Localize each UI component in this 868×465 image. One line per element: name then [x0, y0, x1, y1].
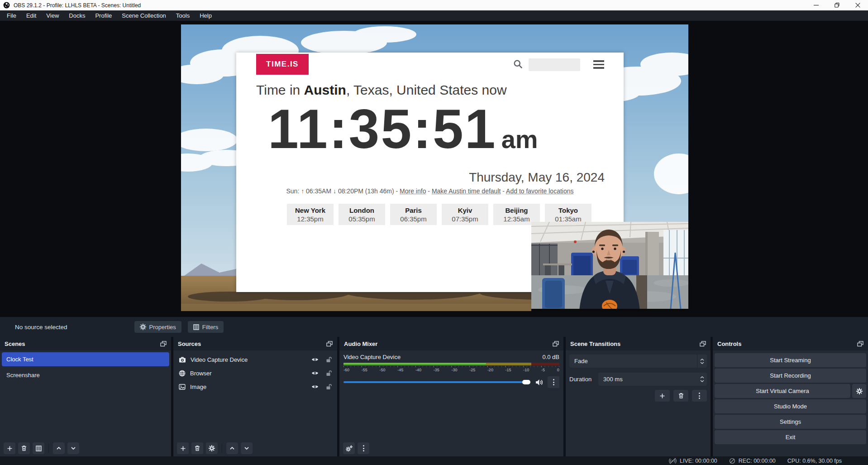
- transition-options-button[interactable]: [692, 390, 707, 402]
- dock-area: Scenes Clock Test Screenshare: [0, 337, 868, 456]
- filters-button[interactable]: Filters: [188, 321, 224, 333]
- sources-dock-header[interactable]: Sources: [173, 337, 337, 350]
- menu-profile[interactable]: Profile: [90, 11, 117, 20]
- volume-slider[interactable]: [343, 381, 530, 383]
- scenes-dock: Scenes Clock Test Screenshare: [0, 337, 171, 456]
- mixer-body: Video Capture Device 0.0 dB -60-55-50-45…: [339, 350, 563, 456]
- scene-filters-button[interactable]: [33, 442, 44, 454]
- studio-mode-button[interactable]: Studio Mode: [715, 399, 866, 413]
- popout-icon[interactable]: [553, 341, 559, 347]
- transition-select[interactable]: Fade: [569, 355, 707, 368]
- meter-tickmarks: [343, 366, 559, 367]
- digital-clock: 11:35:51 am: [268, 101, 538, 157]
- menu-file[interactable]: File: [2, 11, 21, 20]
- remove-source-button[interactable]: [191, 442, 203, 454]
- duration-spinbox[interactable]: 300 ms: [598, 373, 707, 386]
- webcam-video-source: [531, 222, 688, 311]
- gear-icon: [140, 324, 146, 330]
- mixer-source-name: Video Capture Device: [343, 354, 401, 360]
- maximize-button[interactable]: [826, 0, 847, 10]
- meter-scale: -60-55-50-45-40-35-30-25-20-15-10-50: [343, 368, 559, 372]
- properties-button[interactable]: Properties: [134, 321, 181, 333]
- start-virtual-camera-button[interactable]: Start Virtual Camera: [715, 384, 850, 398]
- move-scene-up-button[interactable]: [53, 442, 65, 454]
- move-source-down-button[interactable]: [241, 442, 253, 454]
- transitions-dock-header[interactable]: Scene Transitions: [566, 337, 711, 350]
- scenes-list: Clock Test Screenshare: [0, 350, 171, 456]
- scene-item-clock-test[interactable]: Clock Test: [2, 352, 169, 366]
- add-favorite-link: Add to favorite locations: [506, 187, 573, 195]
- hamburger-menu-icon: [593, 60, 604, 69]
- source-item-image[interactable]: Image: [173, 380, 337, 393]
- add-source-button[interactable]: [177, 442, 189, 454]
- menu-edit[interactable]: Edit: [21, 11, 41, 20]
- sun-info-line: Sun: ↑ 06:35AM ↓ 08:20PM (13h 46m) - Mor…: [236, 187, 624, 195]
- start-streaming-button[interactable]: Start Streaming: [715, 353, 866, 367]
- popout-icon[interactable]: [326, 341, 333, 347]
- current-date: Thursday, May 16, 2024: [469, 170, 605, 185]
- city-tile: Kyiv07:35pm: [442, 204, 488, 225]
- exit-button[interactable]: Exit: [715, 430, 866, 444]
- volume-meter: [343, 363, 559, 365]
- speaker-icon[interactable]: [535, 379, 543, 386]
- menu-view[interactable]: View: [41, 11, 64, 20]
- menu-docks[interactable]: Docks: [64, 11, 90, 20]
- menu-scene-collection[interactable]: Scene Collection: [117, 11, 171, 20]
- remove-scene-button[interactable]: [18, 442, 30, 454]
- title-bar: OBS 29.1.2 - Profile: LLHLS BETA - Scene…: [0, 0, 868, 10]
- virtual-camera-config-button[interactable]: [852, 384, 866, 398]
- start-recording-button[interactable]: Start Recording: [715, 369, 866, 383]
- scene-transitions-dock: Scene Transitions Fade Duration: [566, 337, 711, 456]
- make-default-link: Make Austin time default: [432, 187, 501, 195]
- duration-label: Duration: [569, 376, 598, 383]
- lock-icon[interactable]: [326, 384, 332, 390]
- mixer-dock-header[interactable]: Audio Mixer: [339, 337, 563, 350]
- preview-area: TIME.IS Time in Austin, Texas, United St…: [0, 21, 868, 317]
- timeis-logo: TIME.IS: [256, 54, 309, 75]
- visibility-eye-icon[interactable]: [311, 370, 319, 376]
- select-spinner-icons[interactable]: [697, 355, 707, 368]
- advanced-audio-gear-button[interactable]: [343, 442, 355, 454]
- city-tile: London05:35pm: [339, 204, 385, 225]
- settings-button[interactable]: Settings: [715, 415, 866, 429]
- popout-icon[interactable]: [700, 341, 706, 347]
- minimize-button[interactable]: [806, 0, 826, 10]
- remove-transition-button[interactable]: [673, 390, 688, 402]
- popout-icon[interactable]: [160, 341, 167, 347]
- menu-tools[interactable]: Tools: [171, 11, 195, 20]
- record-off-icon: [729, 458, 735, 464]
- add-transition-button[interactable]: [655, 390, 670, 402]
- close-button[interactable]: [847, 0, 868, 10]
- mixer-options-button[interactable]: [358, 442, 369, 454]
- visibility-eye-icon[interactable]: [311, 357, 319, 362]
- mixer-item-options-button[interactable]: [548, 376, 559, 388]
- move-source-up-button[interactable]: [226, 442, 238, 454]
- visibility-eye-icon[interactable]: [311, 384, 319, 389]
- scenes-dock-header[interactable]: Scenes: [0, 337, 171, 350]
- image-icon: [179, 384, 186, 390]
- broadcast-off-icon: [669, 458, 677, 464]
- source-item-video-capture[interactable]: Video Capture Device: [173, 353, 337, 366]
- menu-help[interactable]: Help: [195, 11, 217, 20]
- controls-dock-header[interactable]: Controls: [713, 337, 868, 350]
- spinbox-arrows[interactable]: [700, 376, 704, 382]
- add-scene-button[interactable]: [4, 442, 15, 454]
- mixer-level-db: 0.0 dB: [542, 354, 559, 360]
- audio-mixer-dock: Audio Mixer Video Capture Device 0.0 dB …: [339, 337, 563, 456]
- sun-times: Sun: ↑ 06:35AM ↓ 08:20PM (13h 46m) -: [286, 187, 400, 195]
- controls-body: Start Streaming Start Recording Start Vi…: [713, 350, 868, 456]
- clock-time: 11:35:51: [268, 101, 497, 157]
- popout-icon[interactable]: [857, 341, 863, 347]
- lock-icon[interactable]: [326, 370, 332, 376]
- source-properties-gear-button[interactable]: [206, 442, 218, 454]
- preview-canvas[interactable]: TIME.IS Time in Austin, Texas, United St…: [181, 24, 688, 311]
- lock-icon[interactable]: [326, 356, 332, 363]
- scene-item-screenshare[interactable]: Screenshare: [2, 368, 169, 382]
- volume-slider-handle[interactable]: [522, 380, 530, 384]
- more-info-link: More info: [400, 187, 426, 195]
- move-scene-down-button[interactable]: [67, 442, 79, 454]
- city-tile: Paris06:35pm: [390, 204, 437, 225]
- link-separator: -: [426, 187, 431, 195]
- source-item-browser[interactable]: Browser: [173, 366, 337, 380]
- link-separator: -: [501, 187, 506, 195]
